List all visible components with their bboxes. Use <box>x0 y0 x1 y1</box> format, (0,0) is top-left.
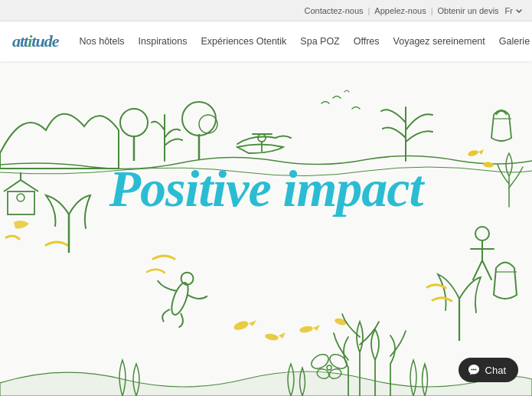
nav-offres[interactable]: Offres <box>347 36 387 47</box>
chat-icon <box>468 364 480 376</box>
nav-voyagez[interactable]: Voyagez sereinement <box>387 36 492 47</box>
nav-experiences[interactable]: Expériences Otentik <box>194 36 293 47</box>
lang-label: Fr <box>505 6 513 15</box>
svg-point-25 <box>473 369 475 371</box>
hero-illustration <box>0 61 532 396</box>
chevron-down-icon <box>515 7 523 15</box>
sep2: | <box>431 6 433 15</box>
logo-text: attitude <box>12 31 58 51</box>
top-bar: Contactez-nous | Appelez-nous | Obtenir … <box>0 0 532 21</box>
quote-link[interactable]: Obtenir un devis <box>438 6 499 15</box>
svg-rect-0 <box>0 61 532 396</box>
call-link[interactable]: Appelez-nous <box>374 6 426 15</box>
chat-label: Chat <box>485 365 506 376</box>
chat-button[interactable]: Chat <box>459 358 518 382</box>
nav-galerie[interactable]: Galerie <box>492 36 532 47</box>
logo[interactable]: attitude <box>12 31 58 51</box>
svg-point-24 <box>471 369 472 371</box>
svg-point-26 <box>475 369 476 371</box>
hero-title: Positive impact <box>109 159 423 219</box>
contact-link[interactable]: Contactez-nous <box>304 6 363 15</box>
lang-selector[interactable]: Fr <box>505 6 523 15</box>
header: attitude Nos hôtels Inspirations Expérie… <box>0 21 532 61</box>
sep1: | <box>368 6 370 15</box>
nav-inspirations[interactable]: Inspirations <box>132 36 194 47</box>
nav-hotels[interactable]: Nos hôtels <box>72 36 131 47</box>
nav-spa[interactable]: Spa POZ <box>293 36 346 47</box>
hero-section: Positive impact Chat <box>0 61 532 396</box>
main-nav: Nos hôtels Inspirations Expériences Oten… <box>72 30 532 54</box>
